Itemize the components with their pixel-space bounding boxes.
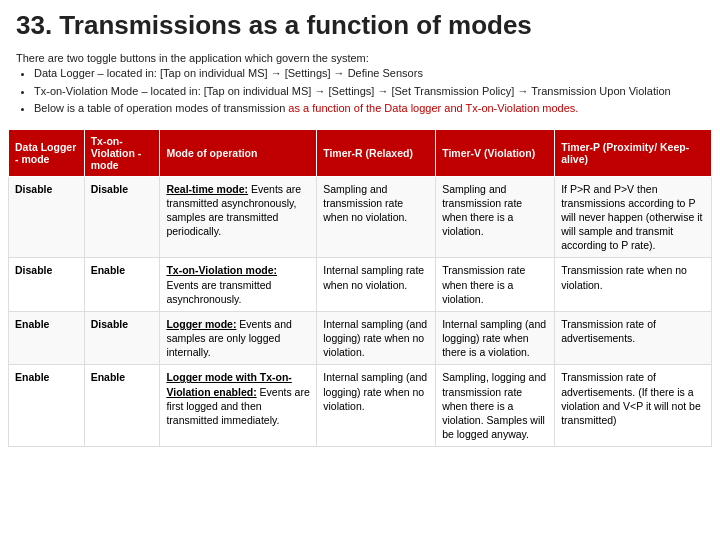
cell-mode: Logger mode: Events and samples are only… xyxy=(160,311,317,365)
cell-mode: Tx-on-Violation mode: Events are transmi… xyxy=(160,258,317,312)
cell-txon: Disable xyxy=(84,311,160,365)
cell-timerp: Transmission rate of advertisements. (If… xyxy=(555,365,712,447)
header-datalogger: Data Logger - mode xyxy=(9,129,85,176)
cell-timerv: Internal sampling (and logging) rate whe… xyxy=(436,311,555,365)
cell-timerr: Sampling and transmission rate when no v… xyxy=(317,176,436,258)
table-header-row: Data Logger - mode Tx-on-Violation - mod… xyxy=(9,129,712,176)
cell-timerp: Transmission rate of advertisements. xyxy=(555,311,712,365)
cell-txon: Enable xyxy=(84,365,160,447)
intro-section: There are two toggle buttons in the appl… xyxy=(0,47,720,125)
cell-mode: Logger mode with Tx-on-Violation enabled… xyxy=(160,365,317,447)
cell-timerr: Internal sampling (and logging) rate whe… xyxy=(317,311,436,365)
header-mode: Mode of operation xyxy=(160,129,317,176)
title-section: 33. Transmissions as a function of modes xyxy=(0,0,720,47)
intro-list: Data Logger – located in: [Tap on indivi… xyxy=(16,66,704,116)
intro-bullet-1-text: Data Logger – located in: [Tap on indivi… xyxy=(34,67,423,79)
header-timerr: Timer-R (Relaxed) xyxy=(317,129,436,176)
cell-timerp: If P>R and P>V then transmissions accord… xyxy=(555,176,712,258)
page-title: 33. Transmissions as a function of modes xyxy=(16,10,704,41)
intro-prefix: There are two toggle buttons in the appl… xyxy=(16,52,369,64)
cell-timerv: Transmission rate when there is a violat… xyxy=(436,258,555,312)
cell-mode: Real-time mode: Events are transmitted a… xyxy=(160,176,317,258)
cell-timerr: Internal sampling rate when no violation… xyxy=(317,258,436,312)
table-row: DisableEnableTx-on-Violation mode: Event… xyxy=(9,258,712,312)
intro-bullet-1: Data Logger – located in: [Tap on indivi… xyxy=(34,66,704,81)
modes-table: Data Logger - mode Tx-on-Violation - mod… xyxy=(8,129,712,448)
intro-bullet-2-text: Tx-on-Violation Mode – located in: [Tap … xyxy=(34,85,671,97)
cell-datalogger: Enable xyxy=(9,311,85,365)
intro-highlight: as a function of the Data logger and Tx-… xyxy=(288,102,578,114)
cell-txon: Enable xyxy=(84,258,160,312)
table-row: EnableDisableLogger mode: Events and sam… xyxy=(9,311,712,365)
cell-timerv: Sampling, logging and transmission rate … xyxy=(436,365,555,447)
app: 33. Transmissions as a function of modes… xyxy=(0,0,720,540)
cell-datalogger: Disable xyxy=(9,176,85,258)
cell-datalogger: Disable xyxy=(9,258,85,312)
table-row: EnableEnableLogger mode with Tx-on-Viola… xyxy=(9,365,712,447)
intro-bullet-3: Below is a table of operation modes of t… xyxy=(34,101,704,116)
header-timerv: Timer-V (Violation) xyxy=(436,129,555,176)
cell-timerv: Sampling and transmission rate when ther… xyxy=(436,176,555,258)
table-wrapper: Data Logger - mode Tx-on-Violation - mod… xyxy=(0,125,720,456)
header-timerp: Timer-P (Proximity/ Keep-alive) xyxy=(555,129,712,176)
cell-timerp: Transmission rate when no violation. xyxy=(555,258,712,312)
cell-timerr: Internal sampling (and logging) rate whe… xyxy=(317,365,436,447)
table-row: DisableDisableReal-time mode: Events are… xyxy=(9,176,712,258)
intro-bullet-2: Tx-on-Violation Mode – located in: [Tap … xyxy=(34,84,704,99)
table-body: DisableDisableReal-time mode: Events are… xyxy=(9,176,712,447)
cell-datalogger: Enable xyxy=(9,365,85,447)
header-txon: Tx-on-Violation - mode xyxy=(84,129,160,176)
cell-txon: Disable xyxy=(84,176,160,258)
